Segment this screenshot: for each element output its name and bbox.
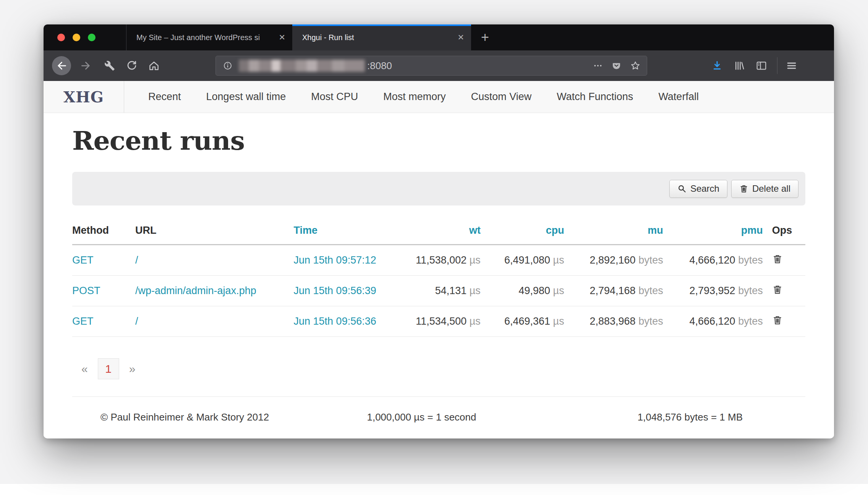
table-row: POST /wp-admin/admin-ajax.php Jun 15th 0… (72, 276, 805, 306)
pmu-unit: bytes (738, 315, 763, 327)
tab-my-site[interactable]: My Site – Just another WordPress si ✕ (126, 24, 292, 50)
close-window-button[interactable] (57, 34, 65, 41)
pagination-next[interactable]: » (129, 362, 136, 375)
tab-close-icon[interactable]: ✕ (457, 33, 464, 42)
col-header-pmu[interactable]: pmu (663, 219, 763, 245)
reload-icon (126, 60, 138, 71)
search-button[interactable]: Search (669, 180, 727, 198)
run-time-link[interactable]: Jun 15th 09:56:39 (294, 285, 376, 296)
window-controls (44, 24, 126, 50)
reload-button[interactable] (122, 60, 141, 71)
page-content: Recent runs Search Delete all Method URL… (44, 125, 834, 437)
pmu-unit: bytes (738, 254, 763, 266)
delete-run-button[interactable] (772, 315, 783, 325)
back-icon (56, 60, 67, 71)
col-header-cpu[interactable]: cpu (481, 219, 564, 245)
tools-button[interactable] (100, 60, 119, 71)
search-button-label: Search (690, 183, 719, 194)
wrench-icon (104, 60, 115, 71)
pagination-page-1[interactable]: 1 (98, 358, 119, 379)
runs-table: Method URL Time wt cpu mu pmu Ops GET / … (72, 219, 805, 337)
desktop: { "browser": { "tab1_title": "My Site – … (0, 0, 868, 495)
wt-value: 11,534,500 (416, 315, 466, 327)
mu-unit: bytes (638, 254, 663, 266)
tab-close-icon[interactable]: ✕ (279, 33, 285, 42)
new-tab-button[interactable]: + (471, 24, 499, 50)
home-icon (148, 60, 160, 71)
mu-unit: bytes (638, 315, 663, 327)
wt-unit: µs (470, 315, 481, 327)
mu-value: 2,794,168 (590, 285, 636, 296)
downloads-button[interactable] (711, 60, 723, 71)
table-row: GET / Jun 15th 09:56:36 11,534,500 µs 6,… (72, 306, 805, 337)
trash-icon (772, 284, 783, 295)
trash-icon (739, 184, 748, 193)
cpu-unit: µs (553, 285, 564, 296)
forward-button[interactable] (77, 60, 95, 71)
wt-unit: µs (470, 285, 481, 296)
back-button[interactable] (52, 56, 71, 75)
save-to-pocket-button[interactable] (611, 61, 622, 71)
minimize-window-button[interactable] (73, 34, 80, 41)
home-button[interactable] (144, 60, 164, 71)
run-url-link[interactable]: /wp-admin/admin-ajax.php (135, 285, 256, 296)
hamburger-icon (786, 60, 797, 71)
cpu-value: 6,491,080 (504, 254, 550, 266)
zoom-window-button[interactable] (88, 34, 96, 41)
browser-window: My Site – Just another WordPress si ✕ Xh… (44, 24, 834, 438)
pmu-unit: bytes (738, 285, 763, 296)
bookmark-star-button[interactable] (630, 60, 641, 71)
library-button[interactable] (734, 60, 745, 71)
col-header-method: Method (72, 219, 135, 245)
sidebar-icon (756, 60, 767, 71)
run-url-link[interactable]: / (135, 254, 138, 266)
sidebar-toggle-button[interactable] (756, 60, 767, 71)
run-method-link[interactable]: GET (72, 315, 94, 327)
nav-menu: Recent Longest wall time Most CPU Most m… (124, 81, 711, 113)
toolbar-separator (777, 57, 777, 74)
delete-run-button[interactable] (772, 254, 783, 264)
run-method-link[interactable]: GET (72, 254, 94, 266)
col-header-wt[interactable]: wt (385, 219, 480, 245)
pocket-icon (611, 61, 622, 71)
col-header-ops: Ops (763, 219, 805, 245)
search-icon (677, 184, 687, 193)
run-time-link[interactable]: Jun 15th 09:57:12 (294, 254, 376, 266)
nav-item-longest-wall-time[interactable]: Longest wall time (194, 91, 299, 103)
nav-item-most-cpu[interactable]: Most CPU (298, 91, 371, 103)
run-url-link[interactable]: / (135, 315, 138, 327)
page-actions-button[interactable] (593, 61, 603, 71)
mu-unit: bytes (638, 285, 663, 296)
pagination-prev[interactable]: « (81, 362, 88, 375)
page-title: Recent runs (72, 125, 805, 156)
trash-icon (772, 254, 783, 264)
xhgui-logo[interactable]: XHG (44, 81, 124, 113)
pmu-value: 4,666,120 (689, 254, 735, 266)
redacted-host (239, 60, 365, 72)
nav-item-watch-functions[interactable]: Watch Functions (544, 91, 646, 103)
footer-copyright: © Paul Reinheimer & Mark Story 2012 (72, 411, 314, 423)
col-header-time[interactable]: Time (294, 219, 385, 245)
nav-item-most-memory[interactable]: Most memory (371, 91, 458, 103)
cpu-unit: µs (553, 254, 564, 266)
delete-all-button[interactable]: Delete all (731, 180, 798, 198)
footer-time-note: 1,000,000 µs = 1 second (314, 411, 528, 423)
run-method-link[interactable]: POST (72, 285, 100, 296)
nav-item-recent[interactable]: Recent (136, 91, 194, 103)
cpu-value: 49,980 (518, 285, 550, 296)
table-row: GET / Jun 15th 09:57:12 11,538,002 µs 6,… (72, 245, 805, 276)
menu-button[interactable] (786, 60, 797, 71)
pmu-value: 2,793,952 (689, 285, 735, 296)
run-time-link[interactable]: Jun 15th 09:56:36 (294, 315, 376, 327)
nav-item-custom-view[interactable]: Custom View (458, 91, 544, 103)
nav-item-waterfall[interactable]: Waterfall (646, 91, 711, 103)
page-footer: © Paul Reinheimer & Mark Story 2012 1,00… (72, 396, 805, 437)
site-info-icon[interactable] (223, 61, 233, 71)
url-port-text: :8080 (367, 60, 392, 72)
address-bar[interactable]: :8080 (215, 56, 647, 76)
delete-run-button[interactable] (772, 284, 783, 295)
more-dots-icon (593, 61, 603, 71)
tab-xhgui-run-list[interactable]: Xhgui - Run list ✕ (292, 24, 471, 50)
col-header-mu[interactable]: mu (564, 219, 663, 245)
browser-toolbar: :8080 (44, 50, 834, 81)
